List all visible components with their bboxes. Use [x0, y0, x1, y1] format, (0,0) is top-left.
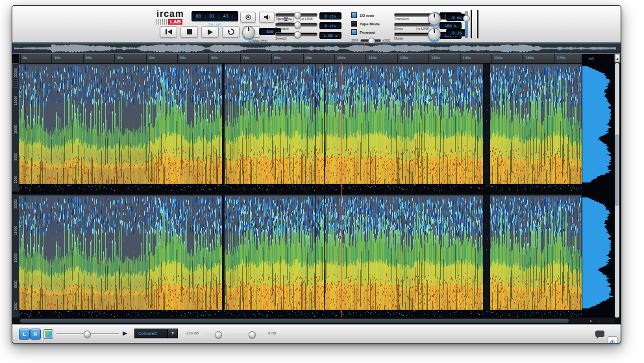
stop-button[interactable]: [180, 26, 198, 38]
dropdown-arrow-icon[interactable]: ▼: [168, 329, 178, 338]
comment-icon[interactable]: [595, 331, 604, 337]
record-button[interactable]: [240, 12, 256, 23]
freq-label: 5000: [12, 281, 19, 288]
ruler-tick: 50s: [177, 54, 178, 63]
ruler-tick: 70s: [240, 54, 241, 63]
mode-checkbox-group: 1/2 tone Tape Mode Formant 30% x100: [351, 11, 390, 45]
speaker-icon: [264, 14, 270, 20]
freq-label: 2000: [12, 176, 19, 183]
formant-label: Formant: [275, 27, 288, 31]
tape-mode-row: Tape Mode: [351, 19, 390, 28]
ruler-tick: 170s: [554, 54, 555, 63]
ruler-tick: 160s: [523, 54, 523, 63]
left-channel-button[interactable]: L: [19, 329, 30, 340]
freq-label: 10000: [12, 125, 19, 134]
ts-app-window: ircam LAB 00 : 01 : 43 : 20.05: [12, 5, 621, 344]
ruler-tick: 60s: [208, 54, 209, 63]
skip-start-icon: [166, 29, 172, 34]
record-icon: [245, 14, 251, 20]
transient-label: Transient: [394, 17, 409, 21]
overview-playhead[interactable]: [364, 43, 365, 53]
time-ruler[interactable]: 0s10s20s30s40s50s60s70s80s90s100s110s120…: [12, 53, 621, 64]
freq-axis-right-channel: 20000150001000050002000: [12, 194, 19, 318]
logo-title: ircam: [156, 10, 184, 18]
db-min-label: -120 dB: [185, 331, 199, 335]
spectrogram-area: 20000150001000050002000 2000015000100005…: [12, 63, 621, 318]
monitor-button[interactable]: [259, 12, 275, 23]
horizontal-scrollbar-thumb[interactable]: [20, 319, 569, 323]
relax-label: Relax: [447, 20, 456, 24]
playhead[interactable]: [341, 63, 342, 318]
stretch-range-max: x100: [382, 38, 390, 42]
logo-lab: LAB: [168, 19, 182, 25]
freq-label: 10000: [12, 253, 19, 262]
ruler-tick: 40s: [146, 54, 147, 63]
logo-barcode: [156, 19, 168, 25]
error-knob[interactable]: [428, 28, 441, 41]
scroll-right-icon[interactable]: ▸: [590, 318, 592, 323]
stretch-label: Stretch: [275, 36, 286, 40]
volume-slider-thumb[interactable]: [463, 15, 470, 22]
freq-label: 20000: [12, 199, 19, 208]
sinus-label: Sinus: [394, 27, 403, 31]
ruler-tick: 90s: [303, 54, 304, 63]
skip-start-button[interactable]: [160, 26, 177, 38]
stretch-value: 1.00 x: [319, 32, 341, 39]
freq-label: 15000: [12, 226, 19, 235]
formant-mode-row: Formant: [351, 28, 390, 36]
horizontal-scrollbar[interactable]: ▸ ··: [19, 318, 614, 323]
pitch-slider-group: Transpose |-o LINK 0 cts Formant 0 cts S…: [275, 12, 341, 41]
ruler-tick: 120s: [397, 54, 398, 63]
zoom-play-icon[interactable]: ▶: [123, 331, 127, 336]
scroll-up-button[interactable]: ▲: [615, 54, 620, 62]
tape-mode-checkbox[interactable]: [351, 21, 357, 27]
zoom-slider[interactable]: [56, 333, 119, 334]
toolbar-end-divider: [471, 10, 478, 38]
scroll-dots: ··: [598, 318, 601, 323]
tape-mode-label: Tape Mode: [360, 22, 380, 26]
formant-slider-thumb[interactable]: [294, 21, 301, 29]
zoom-slider-thumb[interactable]: [84, 331, 91, 338]
spectrogram-canvas[interactable]: [19, 63, 582, 318]
freq-axis-left-channel: 20000150001000050002000: [12, 63, 19, 192]
loop-icon: [228, 29, 234, 35]
play-button[interactable]: [201, 26, 219, 38]
toolbar: ircam LAB 00 : 01 : 43 : 20.05: [12, 6, 621, 43]
stretch-range-min: 30%: [351, 38, 358, 42]
ruler-corner: [12, 54, 19, 63]
display-mode-value[interactable]: Coloured: [134, 329, 168, 338]
freq-label: 5000: [12, 153, 19, 160]
stretch-slider-thumb[interactable]: [294, 31, 301, 38]
f0max-knob[interactable]: [242, 26, 255, 39]
relax-knob[interactable]: [428, 12, 441, 25]
transpose-value: 0 cts: [319, 12, 341, 19]
db-range-min-thumb[interactable]: [215, 331, 222, 338]
ruler-tick: 0s: [20, 54, 21, 63]
db-range-max-thumb[interactable]: [249, 331, 256, 338]
formant-value: 0 cts: [319, 22, 341, 29]
half-tone-row: 1/2 tone: [351, 11, 390, 19]
ruler-tick: 140s: [460, 54, 461, 63]
ruler-tick: 150s: [491, 54, 492, 63]
snapshot-icon[interactable]: [608, 336, 617, 344]
freq-label: 20000: [12, 68, 19, 77]
db-max-label: 0 dB: [268, 331, 276, 335]
display-mode-dropdown[interactable]: Coloured ▼: [134, 329, 178, 338]
freq-label: 2000: [12, 303, 19, 310]
half-tone-checkbox[interactable]: [351, 12, 357, 18]
right-channel-button[interactable]: R: [30, 329, 41, 340]
volume-slider[interactable]: [465, 11, 468, 38]
waveform-overview[interactable]: [12, 43, 621, 53]
colormap-icon[interactable]: [43, 329, 53, 339]
loop-button[interactable]: [222, 26, 240, 38]
stop-icon: [187, 29, 192, 34]
ruler-lane[interactable]: 0s10s20s30s40s50s60s70s80s90s100s110s120…: [19, 54, 582, 63]
transpose-link-label[interactable]: |-o LINK: [300, 17, 313, 21]
formant-mode-checkbox[interactable]: [351, 29, 357, 35]
timecode-display: 00 : 01 : 43 : 20.05: [192, 11, 238, 21]
half-tone-label: 1/2 tone: [360, 14, 375, 18]
db-range-slider[interactable]: [204, 334, 264, 334]
vertical-scrollbar-thumb[interactable]: [615, 134, 619, 206]
vertical-scrollbar[interactable]: [615, 63, 619, 318]
ruler-tick: 110s: [365, 54, 366, 63]
